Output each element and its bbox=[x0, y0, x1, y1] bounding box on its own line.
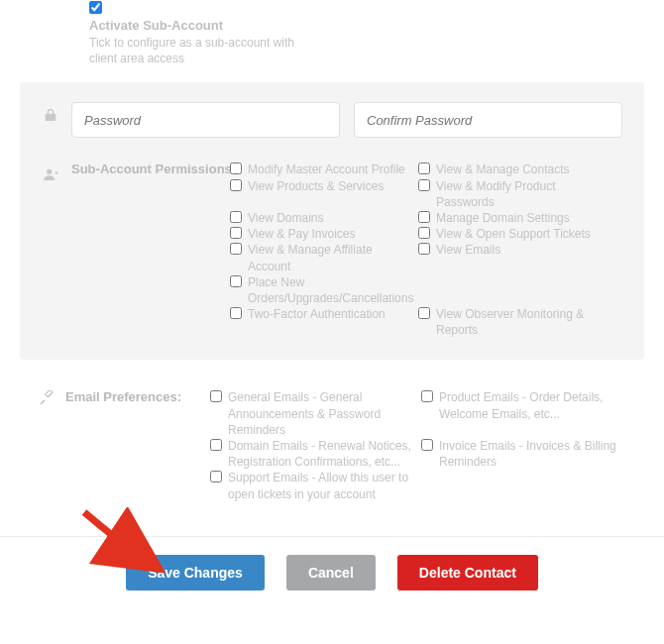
perm-affiliate[interactable]: View & Manage Affiliate Account bbox=[230, 242, 408, 273]
perm-view-domains[interactable]: View Domains bbox=[230, 210, 408, 226]
email-label: Domain Emails - Renewal Notices, Registr… bbox=[228, 438, 411, 470]
subaccount-panel: Sub-Account Permissions: Modify Master A… bbox=[20, 82, 644, 360]
save-button[interactable]: Save Changes bbox=[126, 555, 265, 590]
tools-icon bbox=[38, 389, 55, 407]
perm-label: View & Manage Affiliate Account bbox=[248, 242, 408, 273]
perm-label: View Domains bbox=[248, 210, 323, 226]
cancel-button[interactable]: Cancel bbox=[286, 555, 376, 590]
perm-view-domains-checkbox[interactable] bbox=[230, 211, 242, 223]
perm-label: Modify Master Account Profile bbox=[248, 161, 405, 177]
perm-2fa[interactable]: Two-Factor Authentication bbox=[230, 306, 408, 322]
perm-support-tickets-checkbox[interactable] bbox=[418, 227, 430, 239]
perm-observer-reports-checkbox[interactable] bbox=[418, 307, 430, 319]
perm-modify-master[interactable]: Modify Master Account Profile bbox=[230, 161, 408, 177]
email-preferences-title: Email Preferences: bbox=[65, 389, 181, 404]
perm-pay-invoices[interactable]: View & Pay Invoices bbox=[230, 226, 408, 242]
perm-view-emails-checkbox[interactable] bbox=[418, 243, 430, 255]
perm-modify-product-pw[interactable]: View & Modify Product Passwords bbox=[418, 178, 597, 210]
email-product-checkbox[interactable] bbox=[421, 390, 433, 402]
permissions-row: Sub-Account Permissions: Modify Master A… bbox=[42, 161, 622, 338]
email-product[interactable]: Product Emails - Order Details, Welcome … bbox=[421, 389, 622, 421]
perm-label: View Products & Services bbox=[248, 178, 384, 194]
email-invoice[interactable]: Invoice Emails - Invoices & Billing Remi… bbox=[421, 438, 622, 470]
perm-modify-product-pw-checkbox[interactable] bbox=[418, 179, 430, 191]
email-label: Invoice Emails - Invoices & Billing Remi… bbox=[439, 438, 622, 470]
email-invoice-checkbox[interactable] bbox=[421, 439, 433, 451]
delete-contact-button[interactable]: Delete Contact bbox=[397, 555, 538, 590]
activate-subaccount-help: Tick to configure as a sub-account with … bbox=[89, 33, 297, 66]
email-label: General Emails - General Announcements &… bbox=[228, 389, 411, 438]
password-row bbox=[42, 102, 622, 138]
user-icon bbox=[42, 165, 59, 183]
perm-label: View & Manage Contacts bbox=[436, 161, 570, 177]
perm-2fa-checkbox[interactable] bbox=[230, 307, 242, 319]
perm-place-orders[interactable]: Place New Orders/Upgrades/Cancellations bbox=[230, 274, 408, 306]
email-support-checkbox[interactable] bbox=[210, 471, 222, 483]
email-domain-checkbox[interactable] bbox=[210, 439, 222, 451]
perm-modify-master-checkbox[interactable] bbox=[230, 162, 242, 174]
perm-manage-domain-settings[interactable]: Manage Domain Settings bbox=[418, 210, 597, 226]
permissions-title: Sub-Account Permissions: bbox=[71, 161, 220, 176]
perm-label: View & Open Support Tickets bbox=[436, 226, 591, 242]
perm-view-products-checkbox[interactable] bbox=[230, 179, 242, 191]
perm-place-orders-checkbox[interactable] bbox=[230, 275, 242, 287]
perm-label: Place New Orders/Upgrades/Cancellations bbox=[248, 274, 413, 306]
perm-manage-contacts-checkbox[interactable] bbox=[418, 162, 430, 174]
svg-point-0 bbox=[47, 169, 52, 174]
email-support[interactable]: Support Emails - Allow this user to open… bbox=[210, 470, 411, 501]
action-buttons-row: Save Changes Cancel Delete Contact bbox=[0, 537, 664, 616]
email-label: Product Emails - Order Details, Welcome … bbox=[439, 389, 622, 421]
email-preferences-section: Email Preferences: General Emails - Gene… bbox=[0, 376, 664, 525]
email-domain[interactable]: Domain Emails - Renewal Notices, Registr… bbox=[210, 438, 411, 470]
password-input[interactable] bbox=[71, 102, 340, 138]
activate-subaccount-label: Activate Sub-Account bbox=[89, 0, 644, 33]
perm-label: View & Pay Invoices bbox=[248, 226, 356, 242]
perm-manage-contacts[interactable]: View & Manage Contacts bbox=[418, 161, 597, 177]
perm-label: View Observer Monitoring & Reports bbox=[436, 306, 597, 338]
perm-label: Two-Factor Authentication bbox=[248, 306, 386, 322]
perm-manage-domain-settings-checkbox[interactable] bbox=[418, 211, 430, 223]
activate-subaccount-checkbox[interactable] bbox=[89, 1, 102, 14]
perm-support-tickets[interactable]: View & Open Support Tickets bbox=[418, 226, 597, 242]
activate-subaccount-block: Activate Sub-Account Tick to configure a… bbox=[0, 0, 664, 72]
perm-observer-reports[interactable]: View Observer Monitoring & Reports bbox=[418, 306, 597, 338]
perm-label: View & Modify Product Passwords bbox=[436, 178, 597, 210]
confirm-password-input[interactable] bbox=[354, 102, 622, 138]
email-general-checkbox[interactable] bbox=[210, 390, 222, 402]
perm-label: Manage Domain Settings bbox=[436, 210, 570, 226]
lock-icon bbox=[42, 106, 59, 124]
perm-view-emails[interactable]: View Emails bbox=[418, 242, 597, 258]
perm-view-products[interactable]: View Products & Services bbox=[230, 178, 408, 194]
perm-affiliate-checkbox[interactable] bbox=[230, 243, 242, 255]
email-label: Support Emails - Allow this user to open… bbox=[228, 470, 411, 501]
perm-label: View Emails bbox=[436, 242, 500, 258]
perm-pay-invoices-checkbox[interactable] bbox=[230, 227, 242, 239]
email-general[interactable]: General Emails - General Announcements &… bbox=[210, 389, 411, 438]
